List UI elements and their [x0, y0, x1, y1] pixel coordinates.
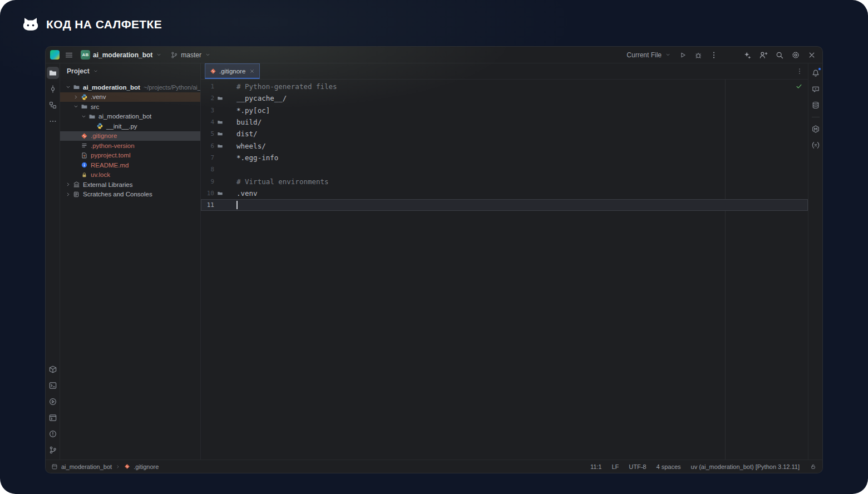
tree-item-label: .venv: [91, 93, 106, 100]
close-tab-icon[interactable]: [249, 68, 255, 74]
editor-caret: [236, 201, 238, 209]
run-config-label: Current File: [627, 51, 662, 59]
tree-item-scratches-and-consoles[interactable]: Scratches and Consoles: [60, 190, 200, 200]
tab-options-icon[interactable]: [796, 67, 803, 75]
more-actions-icon[interactable]: [708, 49, 720, 61]
tree-item-pyproject-toml[interactable]: pyproject.toml: [60, 151, 200, 161]
project-panel-header[interactable]: Project: [60, 63, 200, 79]
indent-widget[interactable]: 4 spaces: [656, 463, 680, 470]
tree-item-external-libraries[interactable]: External Libraries: [60, 180, 200, 190]
notifications-icon[interactable]: [810, 67, 822, 79]
banner-title: КОД НА САЛФЕТКЕ: [46, 18, 162, 31]
git-branch-selector[interactable]: master: [167, 48, 213, 62]
problems-icon[interactable]: [47, 428, 59, 440]
tree-item-python-version[interactable]: .python-version: [60, 141, 200, 151]
ai-assistant-icon[interactable]: [741, 49, 753, 61]
code-line-8[interactable]: 8: [201, 164, 808, 175]
editor-area: .gitignore 1# Python-generated files2__p…: [201, 63, 808, 460]
database-icon[interactable]: [810, 99, 822, 111]
titlebar-icon-group: [741, 49, 818, 61]
chevron-right-icon[interactable]: [65, 191, 72, 197]
close-icon[interactable]: [806, 49, 818, 61]
tree-item-label: pyproject.toml: [91, 152, 131, 159]
code-line-6[interactable]: 6wheels/: [201, 140, 808, 151]
caret-position-widget[interactable]: 11:1: [590, 463, 602, 470]
code-with-me-icon[interactable]: [757, 49, 770, 61]
line-number: 5: [201, 130, 214, 137]
breadcrumb-project[interactable]: ai_moderation_bot: [61, 463, 112, 470]
brackets-x-icon[interactable]: [810, 139, 822, 151]
chevron-right-icon[interactable]: [72, 94, 80, 100]
line-number: 2: [201, 95, 214, 102]
code-line-3[interactable]: 3*.py[oc]: [201, 105, 808, 116]
chevron-down-icon[interactable]: [72, 103, 80, 110]
line-separator-widget[interactable]: LF: [611, 463, 619, 470]
line-number: 8: [201, 166, 214, 173]
more-icon[interactable]: [47, 115, 59, 127]
code-line-2[interactable]: 2__pycache__/: [201, 92, 808, 104]
run-config-selector[interactable]: Current File: [624, 48, 673, 62]
hexagon-m-icon[interactable]: [810, 123, 822, 135]
run-button[interactable]: [677, 49, 689, 61]
code-line-10[interactable]: 10.venv: [201, 187, 808, 199]
chevron-down-icon[interactable]: [65, 84, 72, 90]
tree-item-venv[interactable]: .venv: [60, 92, 200, 102]
project-panel-title: Project: [67, 67, 90, 75]
ai-chat-icon[interactable]: [810, 83, 822, 95]
settings-icon[interactable]: [790, 49, 802, 61]
code-text: # Python-generated files: [236, 82, 337, 91]
tree-item-path: ~/projects/Python/ai_mode: [144, 84, 200, 91]
code-line-7[interactable]: 7*.egg-info: [201, 152, 808, 164]
search-icon[interactable]: [773, 49, 786, 61]
chevron-right-icon[interactable]: [65, 181, 72, 187]
structure-icon[interactable]: [47, 99, 59, 111]
project-tool-window: Project ai_moderation_bot~/projects/Pyth…: [60, 63, 201, 460]
terminal-icon[interactable]: [47, 412, 59, 424]
tree-item-uv-lock[interactable]: uv.lock: [60, 170, 200, 180]
tree-item-ai-moderation-bot[interactable]: ai_moderation_bot: [60, 112, 200, 122]
text-lines-icon: [80, 142, 88, 149]
scratches-icon: [72, 191, 81, 198]
breadcrumb-separator-icon: [115, 464, 121, 470]
interpreter-widget[interactable]: uv (ai_moderation_bot) [Python 3.12.11]: [691, 463, 800, 470]
encoding-widget[interactable]: UTF-8: [629, 463, 646, 470]
line-number: 10: [201, 190, 214, 197]
tree-item-readme-md[interactable]: README.md: [60, 160, 200, 170]
python-packages-icon[interactable]: [47, 363, 59, 376]
titlebar-right: Current File: [624, 48, 818, 62]
services-icon[interactable]: [47, 396, 59, 408]
line-number: 6: [201, 142, 214, 150]
debug-button[interactable]: [692, 49, 704, 61]
code-line-11[interactable]: 11: [201, 199, 808, 211]
main-menu-icon[interactable]: [63, 49, 75, 61]
line-number: 11: [201, 201, 214, 209]
chevron-down-icon[interactable]: [80, 113, 87, 120]
code-text: build/: [236, 118, 262, 126]
code-line-1[interactable]: 1# Python-generated files: [201, 81, 808, 92]
version-control-icon[interactable]: [47, 444, 59, 456]
write-access-icon[interactable]: [810, 463, 817, 470]
tree-item-ai-moderation-bot[interactable]: ai_moderation_bot~/projects/Python/ai_mo…: [60, 82, 200, 92]
line-number: 4: [201, 118, 214, 126]
ide-titlebar: AB ai_moderation_bot master Current File: [46, 47, 822, 63]
tab-gitignore[interactable]: .gitignore: [205, 63, 260, 79]
tree-item-gitignore[interactable]: .gitignore: [60, 131, 200, 141]
project-folder-icon[interactable]: [47, 67, 59, 79]
breadcrumb-file[interactable]: .gitignore: [134, 463, 159, 470]
tree-item-init-py[interactable]: __init__.py: [60, 121, 200, 131]
code-line-4[interactable]: 4build/: [201, 116, 808, 128]
code-line-9[interactable]: 9# Virtual environments: [201, 175, 808, 187]
code-line-5[interactable]: 5dist/: [201, 128, 808, 140]
stripe-divider: [812, 117, 820, 117]
python-console-icon[interactable]: [47, 379, 59, 392]
left-stripe-top-group: [47, 67, 59, 127]
commit-icon[interactable]: [47, 83, 59, 95]
project-selector[interactable]: AB ai_moderation_bot: [78, 48, 164, 62]
tree-item-src[interactable]: src: [60, 102, 200, 112]
cat-logo-icon: [22, 17, 39, 32]
folder-icon: [87, 113, 96, 120]
chevron-down-icon: [155, 49, 162, 61]
editor-content[interactable]: 1# Python-generated files2__pycache__/3*…: [201, 80, 808, 460]
pycharm-logo-icon[interactable]: [50, 50, 60, 60]
tree-item-label: ai_moderation_bot: [98, 113, 151, 120]
